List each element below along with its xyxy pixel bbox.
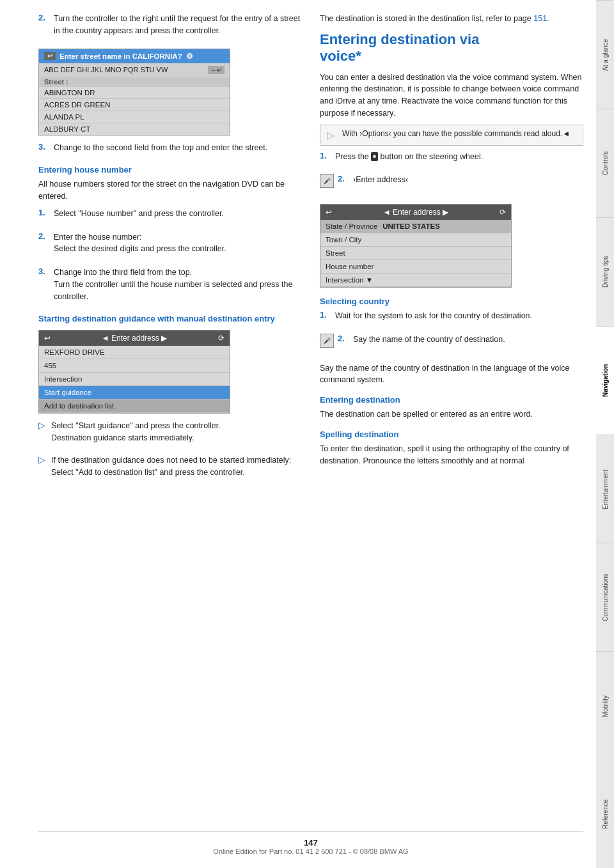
steering-wheel-button-icon: ■ xyxy=(371,152,378,161)
voice-step-2: 2. ›Enter address‹ xyxy=(338,174,408,189)
bullet-1-content: Select "Start guidance" and press the co… xyxy=(51,420,221,449)
tab-mobility[interactable]: Mobility xyxy=(596,651,614,760)
starting-dest-guidance-section: Starting destination guidance with manua… xyxy=(38,314,302,483)
step-3: 3. Change to the second field from the t… xyxy=(38,142,302,157)
voice-step-2-num: 2. xyxy=(338,174,348,189)
guidance-back-arrow[interactable]: ↩ xyxy=(44,334,51,343)
town-city-item[interactable]: Town / City xyxy=(320,233,511,247)
house-number-para1: All house numbers stored for the street … xyxy=(38,178,302,203)
info-box-text: With ›Options‹ you can have the possible… xyxy=(342,129,570,138)
step-2: 2. Turn the controller to the right unti… xyxy=(38,13,302,40)
selecting-country-heading: Selecting country xyxy=(320,297,583,306)
state-value: UNITED STATES xyxy=(382,222,440,230)
country-step-2-num: 2. xyxy=(338,334,348,348)
info-triangle-icon: ▷ xyxy=(327,129,337,141)
house-step-1: 1. Select "House number" and press the c… xyxy=(38,208,302,222)
house-step-2: 2. Enter the house number:Select the des… xyxy=(38,231,302,258)
left-column: 2. Turn the controller to the right unti… xyxy=(38,13,302,818)
enter-key[interactable]: ←↵ xyxy=(208,66,224,74)
entering-destination-para1: The destination can be spelled or entere… xyxy=(320,408,583,421)
spelling-destination-heading: Spelling destination xyxy=(320,430,583,439)
voice-step-1-num: 1. xyxy=(320,151,330,166)
step-3-num: 3. xyxy=(38,142,49,157)
main-heading: Entering destination viavoice* xyxy=(320,31,583,65)
step-3-text: Change to the second field from the top … xyxy=(54,142,302,154)
entering-destination-heading: Entering destination xyxy=(320,395,583,405)
house-step-1-text: Select "House number" and press the cont… xyxy=(54,208,302,220)
house-455-item[interactable]: 455 xyxy=(39,359,230,373)
tab-communications[interactable]: Communications xyxy=(596,543,614,651)
street-item-1[interactable]: ABINGTON DR xyxy=(39,87,230,99)
tab-navigation[interactable]: Navigation xyxy=(596,326,614,435)
info-box: ▷ With ›Options‹ you can have the possib… xyxy=(320,125,583,146)
right-column: The destination is stored in the destina… xyxy=(320,13,583,818)
guidance-addr-header: ↩ ◄ Enter address ▶ ⟳ xyxy=(39,330,230,346)
house-step-1-num: 1. xyxy=(38,208,49,222)
house-step-3-text: Change into the third field from the top… xyxy=(54,267,302,302)
keyboard-row: ABC DEF GHI JKL MNO PQR STU VW ←↵ xyxy=(39,63,230,77)
add-to-dest-item[interactable]: Add to destination list xyxy=(39,399,230,413)
house-number-item[interactable]: House number xyxy=(320,260,511,274)
voice-microphone-icon: 🎤 xyxy=(320,174,334,188)
bullet-2-content: If the destination guidance does not nee… xyxy=(51,454,291,484)
page-number: 147 xyxy=(304,838,318,848)
bullet-1-text-1: Select "Start guidance" and press the co… xyxy=(51,420,221,444)
street-item-2[interactable]: ACRES DR GREEN xyxy=(39,99,230,111)
house-step-3: 3. Change into the third field from the … xyxy=(38,267,302,305)
street-item-4[interactable]: ALDBURY CT xyxy=(39,123,230,135)
page-footer: 147 Online Edition for Part no. 01 41 2 … xyxy=(38,831,583,855)
tab-driving-tips[interactable]: Driving tips xyxy=(596,217,614,326)
voice-addr-header: ↩ ◄ Enter address ▶ ⟳ xyxy=(320,205,511,220)
tab-reference[interactable]: Reference xyxy=(596,760,614,868)
keyboard-chars: ABC DEF GHI JKL MNO PQR STU VW xyxy=(44,66,168,74)
street-box-header: ↩ Enter street name in CALIFORNIA? ⚙ xyxy=(39,49,230,63)
tab-bar: At a glance Controls Driving tips Naviga… xyxy=(596,0,614,868)
voice-refresh-icon[interactable]: ⟳ xyxy=(500,208,506,217)
voice-back-arrow-icon[interactable]: ↩ xyxy=(326,208,332,217)
intro-para: You can enter a desired destination via … xyxy=(320,72,583,120)
bullet-2-text-1: If the destination guidance does not nee… xyxy=(51,454,291,479)
step-2-text: Turn the controller to the right until t… xyxy=(54,13,302,37)
guidance-addr-box: ↩ ◄ Enter address ▶ ⟳ REXFORD DRIVE 455 … xyxy=(38,330,230,414)
country-step-2: 2. Say the name of the country of destin… xyxy=(338,334,505,348)
street-header-text: Enter street name in CALIFORNIA? xyxy=(59,52,182,60)
back-arrow-icon[interactable]: ↩ xyxy=(44,52,56,60)
rexford-drive-item[interactable]: REXFORD DRIVE xyxy=(39,346,230,359)
guidance-bullet-1: ▷ Select "Start guidance" and press the … xyxy=(38,420,302,449)
guidance-bullet-2: ▷ If the destination guidance does not n… xyxy=(38,454,302,484)
street-item-3[interactable]: ALANDA PL xyxy=(39,111,230,123)
start-guidance-item[interactable]: Start guidance xyxy=(39,386,230,399)
step1-text1: Press the xyxy=(335,152,371,161)
tab-controls[interactable]: Controls xyxy=(596,109,614,217)
voice-addr-title: ◄ Enter address ▶ xyxy=(332,208,500,217)
state-province-row[interactable]: State / Province UNITED STATES xyxy=(320,220,511,233)
entering-destination-section: Entering destination The destination can… xyxy=(320,395,583,421)
intersection-voice-item[interactable]: Intersection ▼ xyxy=(320,274,511,287)
state-label: State / Province xyxy=(326,222,377,230)
bullet-1-arrow: ▷ xyxy=(38,420,47,449)
country-step-1-text: Wait for the system to ask for the count… xyxy=(335,310,583,322)
dest-stored-text: The destination is stored in the destina… xyxy=(320,14,533,23)
country-step-2-text: Say the name of the country of destinati… xyxy=(353,334,505,346)
street-ui-box: ↩ Enter street name in CALIFORNIA? ⚙ ABC… xyxy=(38,49,230,136)
house-step-2-num: 2. xyxy=(38,231,49,258)
house-step-2-text: Enter the house number:Select the desire… xyxy=(54,231,302,256)
guidance-refresh-icon[interactable]: ⟳ xyxy=(218,334,224,343)
bullet-2-arrow: ▷ xyxy=(38,454,47,484)
tab-entertainment[interactable]: Entertainment xyxy=(596,435,614,543)
voice-addr-box: ↩ ◄ Enter address ▶ ⟳ State / Province U… xyxy=(320,204,512,288)
intersection-item[interactable]: Intersection xyxy=(39,373,230,386)
spelling-destination-section: Spelling destination To enter the destin… xyxy=(320,430,583,467)
dest-stored-link: 151 xyxy=(533,14,547,23)
settings-icon[interactable]: ⚙ xyxy=(186,52,193,61)
street-label: Street : xyxy=(39,77,230,87)
country-step-2-container: 🎤 2. Say the name of the country of dest… xyxy=(320,334,583,357)
selecting-country-section: Selecting country 1. Wait for the system… xyxy=(320,297,583,386)
street-item[interactable]: Street xyxy=(320,247,511,260)
tab-at-a-glance[interactable]: At a glance xyxy=(596,0,614,109)
country-voice-icon: 🎤 xyxy=(320,334,334,348)
voice-step-1-text: Press the ■ button on the steering wheel… xyxy=(335,151,583,163)
main-content: 2. Turn the controller to the right unti… xyxy=(0,0,596,868)
house-step-3-num: 3. xyxy=(38,267,49,305)
country-step-1-num: 1. xyxy=(320,310,330,325)
